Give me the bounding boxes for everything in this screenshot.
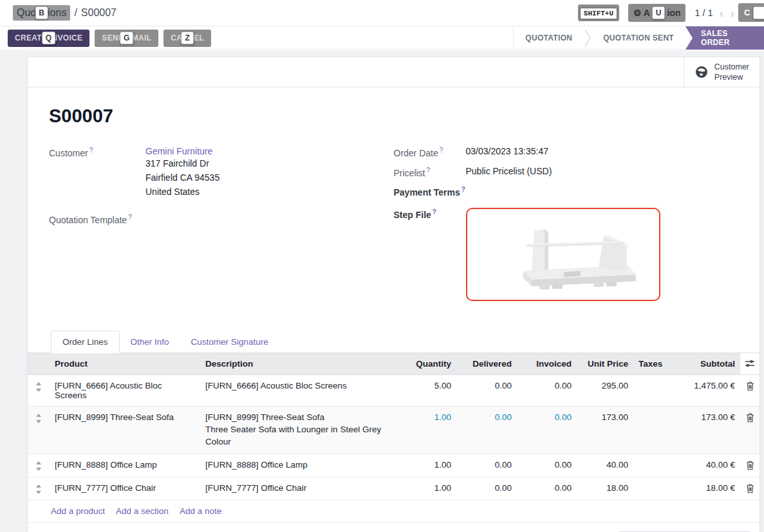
edge-hint-button[interactable]: C — [738, 3, 764, 22]
cell-subtotal: 40.00 € — [667, 454, 740, 477]
breadcrumb-record-name: S00007 — [81, 7, 116, 19]
status-step-quotation[interactable]: QUOTATION — [514, 26, 584, 50]
optional-columns-button[interactable] — [740, 353, 759, 375]
column-header-taxes[interactable]: Taxes — [633, 353, 667, 375]
pricelist-field[interactable]: Public Pricelist (USD) — [466, 166, 552, 178]
pricelist-label: Pricelist? — [394, 166, 466, 178]
field-payment-terms: Payment Terms? — [394, 185, 739, 197]
cell-delivered[interactable]: 0.00 — [456, 374, 517, 406]
cell-subtotal: 173.00 € — [667, 406, 740, 454]
document-title-field[interactable]: S00007 — [49, 105, 738, 127]
column-header-quantity[interactable]: Quantity — [397, 353, 456, 375]
cell-unit-price[interactable]: 18.00 — [577, 477, 633, 500]
cell-unit-price[interactable]: 295.00 — [577, 374, 633, 406]
field-order-date: Order Date? 03/03/2023 13:35:47 — [394, 146, 739, 158]
breadcrumb-quotations-link[interactable]: Quotations B — [13, 5, 70, 21]
add-product-link[interactable]: Add a product — [51, 506, 105, 516]
cell-invoiced[interactable]: 0.00 — [517, 477, 577, 500]
field-quotation-template: Quotation Template? — [49, 213, 394, 225]
cell-invoiced[interactable]: 0.00 — [517, 406, 577, 454]
delete-line-button[interactable] — [740, 454, 759, 477]
cell-taxes[interactable] — [633, 454, 667, 477]
cell-product[interactable]: [FURN_8888] Office Lamp — [50, 454, 200, 477]
status-step-sales-order-active[interactable]: SALES ORDER — [685, 26, 764, 50]
breadcrumb-separator: / — [74, 7, 77, 19]
cell-subtotal: 1,475.00 € — [667, 374, 740, 406]
column-header-unit-price[interactable]: Unit Price — [577, 353, 633, 375]
customer-label: Customer? — [49, 146, 145, 199]
drag-handle[interactable] — [28, 406, 50, 454]
step-file-label: Step File? — [394, 208, 466, 301]
pager-previous-button[interactable]: ‹ — [720, 6, 724, 19]
cell-taxes[interactable] — [633, 477, 667, 500]
drag-handle-icon — [35, 414, 42, 423]
delete-line-button[interactable] — [740, 477, 759, 500]
column-header-subtotal[interactable]: Subtotal — [667, 353, 740, 375]
delete-line-button[interactable] — [740, 406, 759, 454]
cell-description[interactable]: [FURN_8888] Office Lamp — [200, 454, 397, 477]
help-icon: ? — [461, 186, 465, 193]
line-action-links: Add a product Add a section Add a note — [28, 500, 759, 523]
pager-next-button[interactable]: › — [730, 6, 734, 19]
step-file-image-widget[interactable] — [466, 208, 660, 301]
order-line-row: [FURN_7777] Office Chair [FURN_7777] Off… — [28, 477, 759, 500]
cell-description[interactable]: [FURN_8999] Three-Seat Sofa Three Seater… — [200, 406, 397, 454]
column-header-description[interactable]: Description — [200, 353, 397, 375]
hint-key-badge-b: B — [35, 6, 48, 19]
cell-quantity[interactable]: 1.00 — [397, 454, 456, 477]
cell-delivered[interactable]: 0.00 — [456, 406, 517, 454]
quotation-template-label: Quotation Template? — [49, 213, 132, 225]
action-menu-label-end: ion — [667, 8, 680, 18]
add-note-link[interactable]: Add a note — [180, 506, 221, 516]
edge-hint-letter: C — [744, 8, 750, 17]
cancel-button[interactable]: CANCEL Z — [163, 30, 211, 47]
drag-handle[interactable] — [28, 477, 50, 500]
delete-line-button[interactable] — [740, 374, 759, 406]
action-menu-button[interactable]: ⚙ A U ion — [628, 4, 685, 22]
drag-handle[interactable] — [28, 374, 50, 406]
cell-product[interactable]: [FURN_7777] Office Chair — [50, 477, 200, 500]
cell-unit-price[interactable]: 40.00 — [577, 454, 633, 477]
cell-taxes[interactable] — [633, 374, 667, 406]
cell-delivered[interactable]: 0.00 — [456, 477, 517, 500]
cell-taxes[interactable] — [633, 406, 667, 454]
action-menu-label-start: A — [644, 8, 650, 18]
tab-order-lines[interactable]: Order Lines — [51, 331, 120, 353]
customer-preview-button[interactable]: Customer Preview — [684, 57, 759, 87]
table-header-row: Product Description Quantity Delivered I… — [28, 353, 759, 375]
cell-description[interactable]: [FURN_6666] Acoustic Bloc Screens — [200, 374, 397, 406]
drag-handle[interactable] — [28, 454, 50, 477]
cell-invoiced[interactable]: 0.00 — [517, 454, 577, 477]
sliders-icon — [745, 359, 755, 368]
status-step-quotation-sent[interactable]: QUOTATION SENT — [592, 26, 685, 50]
sheet-button-box: Customer Preview — [28, 57, 759, 87]
cell-delivered[interactable]: 0.00 — [456, 454, 517, 477]
tab-other-info[interactable]: Other Info — [120, 331, 180, 353]
cell-product[interactable]: [FURN_8999] Three-Seat Sofa — [50, 406, 200, 454]
cell-quantity[interactable]: 1.00 — [397, 406, 456, 454]
description-variant-note: Three Seater Sofa with Lounger in Steel … — [205, 423, 392, 448]
cell-description[interactable]: [FURN_7777] Office Chair — [200, 477, 397, 500]
column-header-delivered[interactable]: Delivered — [456, 353, 517, 375]
create-invoice-button[interactable]: CREATE INVOICE Q — [8, 30, 89, 47]
tab-customer-signature[interactable]: Customer Signature — [180, 331, 279, 353]
cell-unit-price[interactable]: 173.00 — [577, 406, 633, 454]
customer-preview-label: Customer Preview — [714, 62, 749, 83]
cell-product[interactable]: [FURN_6666] Acoustic Bloc Screens — [50, 374, 200, 406]
send-email-button[interactable]: SEND EMAIL G — [95, 30, 158, 47]
cell-quantity[interactable]: 5.00 — [397, 374, 456, 406]
hint-key-badge-q: Q — [42, 32, 56, 44]
cell-invoiced[interactable]: 0.00 — [517, 374, 577, 406]
shift-u-shortcut-badge: SHIFT+U — [580, 8, 617, 19]
order-date-field[interactable]: 03/03/2023 13:35:47 — [466, 146, 548, 158]
pager: 1 / 1 ‹ › — [694, 6, 734, 19]
hint-key-badge-edge — [753, 6, 764, 19]
cell-quantity[interactable]: 1.00 — [397, 477, 456, 500]
column-header-invoiced[interactable]: Invoiced — [517, 353, 577, 375]
field-groups: Customer? Gemini Furniture 317 Fairchild… — [49, 146, 738, 309]
hint-key-badge-u: U — [652, 6, 666, 19]
sheet-footer: Terms and conditions... Total: 1,706.00 … — [28, 523, 759, 532]
customer-link[interactable]: Gemini Furniture — [145, 146, 212, 156]
column-header-product[interactable]: Product — [50, 353, 200, 375]
add-section-link[interactable]: Add a section — [116, 506, 169, 516]
